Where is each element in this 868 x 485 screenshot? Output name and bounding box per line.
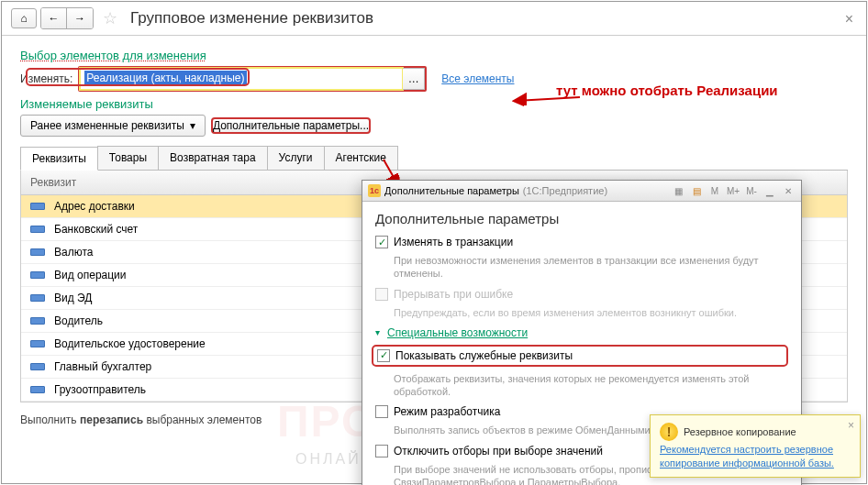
forward-button[interactable]: →	[67, 8, 93, 28]
svc-checkbox[interactable]: ✓	[377, 349, 390, 362]
tx-check-label: Изменять в транзакции	[394, 236, 513, 248]
tab-services[interactable]: Услуги	[267, 146, 325, 170]
field-icon	[30, 294, 45, 302]
field-icon	[30, 363, 45, 370]
page-title: Групповое изменение реквизитов	[130, 9, 373, 28]
filt-checkbox[interactable]	[375, 445, 388, 457]
abort-hint: Предупреждать, если во время изменения э…	[394, 306, 788, 319]
tab-agent[interactable]: Агентские	[324, 146, 398, 170]
change-input-value: Реализация (акты, накладные)	[84, 71, 246, 85]
nav-group: ← →	[40, 7, 94, 29]
extra-params-label: Дополнительные параметры...	[213, 119, 369, 132]
home-button[interactable]: ⌂	[11, 8, 37, 28]
tx-checkbox[interactable]: ✓	[375, 236, 388, 248]
popup-window-title: Дополнительные параметры	[384, 185, 519, 196]
collapse-caret-icon[interactable]: ▾	[375, 327, 380, 337]
calc-icon[interactable]: ▦	[671, 183, 685, 198]
app-logo-icon: 1c	[368, 184, 381, 197]
tab-goods[interactable]: Товары	[97, 146, 159, 170]
change-label: Изменять:	[20, 72, 72, 85]
abort-check-label: Прерывать при ошибке	[394, 288, 513, 301]
m-minus-icon[interactable]: M-	[744, 183, 759, 198]
tab-requisites[interactable]: Реквизиты	[20, 147, 98, 171]
back-button[interactable]: ←	[41, 8, 67, 28]
field-icon	[30, 203, 45, 210]
field-icon	[30, 226, 45, 233]
notif-title-text: Резервное копирование	[684, 426, 796, 437]
field-icon	[30, 340, 45, 347]
close-icon[interactable]: ×	[845, 11, 853, 28]
popup-titlebar: 1c Дополнительные параметры (1С:Предприя…	[362, 181, 801, 202]
svc-hint: Отображать реквизиты, значения которых н…	[394, 372, 788, 399]
tabs: Реквизиты Товары Возвратная тара Услуги …	[20, 146, 848, 171]
backup-notification: × ! Резервное копирование Рекомендуется …	[650, 414, 861, 478]
notif-link[interactable]: Рекомендуется настроить резервное копиро…	[660, 443, 851, 469]
section-props-title: Изменяемые реквизиты	[20, 97, 848, 111]
m-icon[interactable]: M	[707, 183, 722, 198]
popup-close-icon[interactable]: ✕	[781, 183, 796, 198]
history-button-label: Ранее измененные реквизиты	[30, 119, 184, 132]
popup-title: Дополнительные параметры	[375, 211, 788, 226]
warning-icon: !	[660, 423, 678, 441]
chevron-down-icon: ▾	[190, 119, 195, 132]
notif-close-icon[interactable]: ×	[848, 419, 854, 432]
section-select-title: Выбор элементов для изменения	[20, 49, 848, 62]
field-icon	[30, 248, 45, 256]
tx-hint: При невозможности изменения элементов в …	[394, 254, 788, 281]
change-input[interactable]: Реализация (акты, накладные)	[80, 68, 403, 90]
abort-checkbox	[375, 288, 388, 301]
all-elements-link[interactable]: Все элементы	[441, 72, 514, 85]
calendar-icon[interactable]: ▤	[689, 183, 704, 198]
field-icon	[30, 317, 45, 325]
popup-app-name: (1С:Предприятие)	[523, 185, 607, 196]
filt-check-label: Отключить отборы при выборе значений	[394, 445, 603, 457]
field-icon	[30, 386, 45, 393]
field-icon	[30, 271, 45, 279]
special-section-link[interactable]: Специальные возможности	[387, 326, 528, 339]
svc-check-label: Показывать служебные реквизиты	[395, 349, 573, 362]
annotation-callout: тут можно отобрать Реализации	[556, 83, 778, 98]
popup-minimize-icon[interactable]: ▁	[762, 183, 777, 198]
favorite-star-icon[interactable]: ☆	[103, 8, 117, 28]
change-input-wrap: Реализация (акты, накладные) …	[78, 66, 427, 92]
dev-check-label: Режим разработчика	[394, 405, 500, 418]
m-plus-icon[interactable]: M+	[726, 183, 740, 198]
extra-params-button[interactable]: Дополнительные параметры...	[211, 117, 371, 134]
change-input-picker[interactable]: …	[403, 68, 425, 90]
history-button[interactable]: Ранее измененные реквизиты ▾	[20, 115, 206, 137]
dev-checkbox[interactable]	[375, 405, 388, 418]
tab-return[interactable]: Возвратная тара	[158, 146, 268, 170]
